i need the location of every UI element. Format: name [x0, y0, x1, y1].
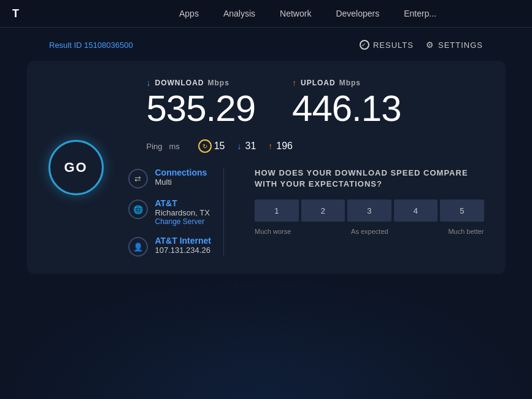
nav-item-network[interactable]: Network — [268, 0, 323, 28]
idle-value: ↓ 31 — [237, 141, 256, 152]
connections-value: Multi — [155, 177, 207, 187]
download-label-text: DOWNLOAD — [155, 79, 204, 87]
settings-label: SETTINGS — [438, 41, 483, 50]
ping-label-text: Ping — [147, 142, 163, 151]
loaded-value: ↑ 196 — [268, 141, 293, 152]
rating-button-2[interactable]: 2 — [301, 200, 345, 222]
loaded-arrow-icon: ↑ — [268, 141, 272, 151]
isp-row: 👤 AT&T Internet 107.131.234.26 — [128, 236, 212, 257]
ping-icon: ↻ — [198, 139, 212, 153]
speed-top: ↓ DOWNLOAD Mbps 535.29 ↑ UPLOAD Mbps 446… — [48, 78, 484, 127]
speed-panel: GO ↓ DOWNLOAD Mbps 535.29 ↑ UPLOAD Mbps … — [27, 61, 506, 274]
server-text: AT&T Richardson, TX Change Server — [155, 198, 210, 226]
results-label: RESULTS — [373, 41, 414, 50]
result-id-label: Result ID 15108036500 — [49, 41, 133, 50]
nav-item-enterprise[interactable]: Enterp... — [391, 0, 449, 28]
upload-label-text: UPLOAD — [301, 79, 336, 87]
compare-section: HOW DOES YOUR DOWNLOAD SPEED COMPAREWITH… — [236, 168, 484, 257]
download-block: ↓ DOWNLOAD Mbps 535.29 — [147, 78, 256, 127]
results-button[interactable]: ✓ RESULTS — [360, 40, 414, 50]
divider — [223, 168, 224, 257]
server-icon: 🌐 — [128, 200, 148, 219]
download-arrow-icon: ↓ — [147, 78, 152, 88]
rating-labels: Much worse As expected Much better — [255, 228, 484, 235]
rating-buttons: 1 2 3 4 5 — [255, 200, 484, 222]
ping-value: ↻ 15 — [198, 139, 225, 153]
rating-button-5[interactable]: 5 — [440, 200, 484, 222]
upload-label: ↑ UPLOAD Mbps — [292, 78, 361, 88]
logo: T — [12, 7, 20, 20]
rating-label-left: Much worse — [255, 228, 291, 235]
result-prefix: Result ID — [49, 41, 82, 50]
main-content: Result ID 15108036500 ✓ RESULTS ⚙ SETTIN… — [0, 28, 532, 399]
rating-label-center: As expected — [351, 228, 388, 235]
ping-label: Ping ms — [147, 142, 180, 151]
top-navigation: T Apps Analysis Network Developers Enter… — [0, 0, 532, 28]
server-row: 🌐 AT&T Richardson, TX Change Server — [128, 198, 212, 226]
bottom-section: ⇄ Connections Multi 🌐 AT&T Richardson, T… — [48, 168, 484, 257]
loaded-number: 196 — [276, 141, 293, 152]
rating-button-1[interactable]: 1 — [255, 200, 299, 222]
download-label: ↓ DOWNLOAD Mbps — [147, 78, 229, 88]
rating-label-right: Much better — [448, 228, 484, 235]
idle-arrow-icon: ↓ — [237, 141, 242, 151]
change-server-link[interactable]: Change Server — [155, 217, 210, 226]
rating-button-3[interactable]: 3 — [347, 200, 391, 222]
nav-item-apps[interactable]: Apps — [167, 0, 211, 28]
bg-decoration — [0, 276, 532, 399]
compare-title-text: HOW DOES YOUR DOWNLOAD SPEED COMPAREWITH… — [255, 168, 468, 188]
isp-title: AT&T Internet — [155, 236, 212, 246]
connections-title: Connections — [155, 168, 207, 177]
idle-number: 31 — [245, 141, 256, 152]
result-id-value: 15108036500 — [84, 41, 133, 50]
go-button[interactable]: GO — [48, 140, 104, 195]
settings-button[interactable]: ⚙ SETTINGS — [426, 40, 483, 50]
upload-arrow-icon: ↑ — [292, 78, 297, 88]
nav-items: Apps Analysis Network Developers Enterp.… — [167, 0, 449, 28]
ping-number: 15 — [214, 141, 225, 152]
check-icon: ✓ — [360, 40, 369, 50]
connections-row: ⇄ Connections Multi — [128, 168, 212, 188]
isp-icon: 👤 — [128, 237, 148, 257]
isp-ip: 107.131.234.26 — [155, 246, 212, 255]
server-location: Richardson, TX — [155, 208, 210, 217]
connections-text: Connections Multi — [155, 168, 207, 187]
ping-row: Ping ms ↻ 15 ↓ 31 ↑ 196 — [48, 139, 484, 153]
compare-title: HOW DOES YOUR DOWNLOAD SPEED COMPAREWITH… — [255, 168, 484, 190]
go-button-container: GO — [48, 140, 104, 195]
nav-item-analysis[interactable]: Analysis — [211, 0, 268, 28]
isp-text: AT&T Internet 107.131.234.26 — [155, 236, 212, 255]
connections-icon: ⇄ — [128, 169, 148, 188]
gear-icon: ⚙ — [426, 40, 434, 50]
rating-button-4[interactable]: 4 — [394, 200, 438, 222]
upload-block: ↑ UPLOAD Mbps 446.13 — [292, 78, 401, 127]
nav-item-developers[interactable]: Developers — [323, 0, 391, 28]
upload-value: 446.13 — [292, 90, 401, 127]
server-title: AT&T — [155, 198, 210, 208]
upload-unit: Mbps — [339, 79, 361, 87]
result-actions: ✓ RESULTS ⚙ SETTINGS — [360, 40, 483, 50]
download-value: 535.29 — [147, 90, 256, 127]
result-bar: Result ID 15108036500 ✓ RESULTS ⚙ SETTIN… — [0, 40, 532, 50]
download-unit: Mbps — [208, 79, 229, 87]
ping-unit: ms — [169, 142, 179, 151]
